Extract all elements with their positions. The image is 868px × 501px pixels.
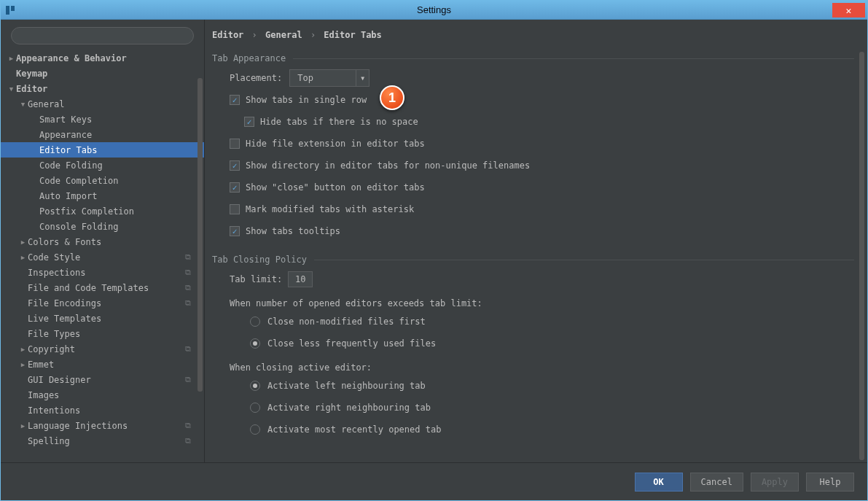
checkbox-row-mark-asterisk[interactable]: Mark modified tabs with asterisk (230, 201, 854, 218)
tree-item-gui-designer[interactable]: GUI Designer⧉ (1, 372, 204, 387)
help-button[interactable]: Help (806, 473, 854, 492)
checkbox-single-row[interactable] (230, 95, 240, 105)
tree-label: Copyright (28, 344, 75, 354)
chevron-down-icon: ▼ (356, 70, 369, 86)
checkbox-label: Show directory in editor tabs for non-un… (246, 160, 530, 171)
placement-value: Top (290, 70, 356, 86)
tree-item-intentions[interactable]: Intentions (1, 403, 204, 418)
search-input[interactable] (11, 27, 194, 44)
tree-item-smart-keys[interactable]: Smart Keys (1, 112, 204, 127)
checkbox-show-close[interactable] (230, 182, 240, 193)
tree-item-console-folding[interactable]: Console Folding (1, 219, 204, 234)
tree-label: Keymap (16, 69, 47, 79)
checkbox-label: Hide tabs if there is no space (260, 117, 418, 127)
tree-item-emmet[interactable]: ▶Emmet (1, 357, 204, 372)
tree-label: Live Templates (28, 314, 101, 324)
tree-item-appearance-behavior[interactable]: ▶Appearance & Behavior (1, 50, 204, 66)
tree-label: Appearance (39, 130, 92, 140)
section-title: Tab Closing Policy (212, 255, 307, 265)
tree-item-inspections[interactable]: Inspections⧉ (1, 265, 204, 280)
tree-item-code-completion[interactable]: Code Completion (1, 173, 204, 188)
tab-limit-input[interactable] (288, 271, 313, 287)
checkbox-mark-asterisk[interactable] (230, 204, 240, 214)
radio-row-activate-recent[interactable]: Activate most recently opened tab (250, 421, 854, 438)
checkbox-row-show-close[interactable]: Show "close" button on editor tabs (230, 179, 854, 196)
checkbox-hide-no-space[interactable] (244, 117, 254, 127)
tree-arrow-icon: ▶ (18, 346, 28, 353)
tree-label: Code Completion (39, 176, 118, 186)
tree-item-live-templates[interactable]: Live Templates (1, 311, 204, 326)
tree-item-spelling[interactable]: Spelling⧉ (1, 433, 204, 448)
tree-label: Emmet (28, 360, 54, 370)
settings-tree[interactable]: ▶Appearance & BehaviorKeymap▼Editor▼Gene… (1, 50, 204, 462)
radio-close-nonmod[interactable] (250, 316, 260, 327)
tree-item-colors-fonts[interactable]: ▶Colors & Fonts (1, 234, 204, 249)
tree-arrow-icon: ▶ (18, 238, 28, 246)
checkbox-tooltips[interactable] (230, 226, 240, 236)
breadcrumb-part: General (265, 30, 302, 40)
window-close-button[interactable]: ✕ (832, 3, 865, 18)
breadcrumb-sep: › (310, 30, 316, 40)
checkbox-label: Mark modified tabs with asterisk (246, 204, 414, 214)
checkbox-show-dir[interactable] (230, 160, 240, 171)
tree-item-keymap[interactable]: Keymap (1, 66, 204, 81)
radio-row-close-lfu[interactable]: Close less frequently used files (250, 335, 854, 352)
radio-activate-recent[interactable] (250, 424, 260, 435)
radio-activate-left[interactable] (250, 381, 260, 391)
tree-item-auto-import[interactable]: Auto Import (1, 188, 204, 203)
checkbox-row-show-dir[interactable]: Show directory in editor tabs for non-un… (230, 157, 854, 174)
tree-item-code-folding[interactable]: Code Folding (1, 158, 204, 173)
titlebar: Settings ✕ (1, 1, 867, 20)
ok-button[interactable]: OK (635, 473, 683, 492)
placement-row: Placement: Top ▼ (230, 69, 854, 87)
tree-item-code-style[interactable]: ▶Code Style⧉ (1, 249, 204, 265)
breadcrumb-part: Editor Tabs (324, 30, 381, 40)
radio-row-activate-right[interactable]: Activate right neighbouring tab (250, 399, 854, 416)
profile-icon: ⧉ (185, 298, 191, 308)
tree-label: Intentions (28, 405, 80, 416)
tree-label: Smart Keys (39, 114, 92, 125)
tree-item-file-and-code-templates[interactable]: File and Code Templates⧉ (1, 280, 204, 295)
radio-row-close-nonmod[interactable]: Close non-modified files first (250, 313, 854, 330)
breadcrumb-part: Editor (212, 30, 243, 40)
annotation-badge-1: 1 (380, 85, 404, 110)
checkbox-row-single-row[interactable]: Show tabs in single row 1 (230, 91, 854, 109)
tree-item-editor-tabs[interactable]: Editor Tabs (1, 142, 204, 158)
tree-item-general[interactable]: ▼General (1, 96, 204, 112)
tree-item-language-injections[interactable]: ▶Language Injections⧉ (1, 418, 204, 433)
sidebar: ▶Appearance & BehaviorKeymap▼Editor▼Gene… (1, 20, 205, 462)
tree-item-images[interactable]: Images (1, 387, 204, 403)
tree-item-appearance[interactable]: Appearance (1, 127, 204, 142)
tree-item-copyright[interactable]: ▶Copyright⧉ (1, 341, 204, 357)
checkbox-row-tooltips[interactable]: Show tabs tooltips (230, 222, 854, 240)
tree-item-file-types[interactable]: File Types (1, 326, 204, 341)
tree-label: Appearance & Behavior (16, 53, 127, 63)
checkbox-row-hide-ext[interactable]: Hide file extension in editor tabs (230, 135, 854, 152)
tree-label: File Encodings (28, 298, 101, 308)
checkbox-row-hide-no-space[interactable]: Hide tabs if there is no space (244, 113, 854, 131)
tree-arrow-icon: ▼ (18, 101, 28, 108)
closing-active-label: When closing active editor: (230, 362, 854, 373)
tree-item-file-encodings[interactable]: File Encodings⧉ (1, 295, 204, 311)
profile-icon: ⧉ (185, 344, 191, 354)
tree-label: Code Style (28, 252, 80, 263)
tree-label: File Types (28, 329, 80, 339)
radio-row-activate-left[interactable]: Activate left neighbouring tab (250, 377, 854, 395)
sidebar-scrollbar[interactable] (198, 78, 203, 392)
window-title: Settings (20, 4, 867, 15)
tree-label: Colors & Fonts (28, 237, 101, 247)
radio-close-lfu[interactable] (250, 338, 260, 349)
tree-item-editor[interactable]: ▼Editor (1, 81, 204, 96)
checkbox-hide-ext[interactable] (230, 139, 240, 149)
tree-item-postfix-completion[interactable]: Postfix Completion (1, 203, 204, 219)
tree-arrow-icon: ▶ (18, 361, 28, 368)
tree-label: Console Folding (39, 222, 118, 232)
cancel-button[interactable]: Cancel (690, 473, 743, 492)
placement-select[interactable]: Top ▼ (289, 69, 370, 87)
checkbox-label: Show tabs in single row (246, 95, 367, 105)
radio-activate-right[interactable] (250, 403, 260, 413)
main-scrollbar[interactable] (859, 52, 864, 460)
apply-button[interactable]: Apply (751, 473, 799, 492)
tree-label: Inspections (28, 268, 85, 278)
tree-label: File and Code Templates (28, 283, 149, 293)
